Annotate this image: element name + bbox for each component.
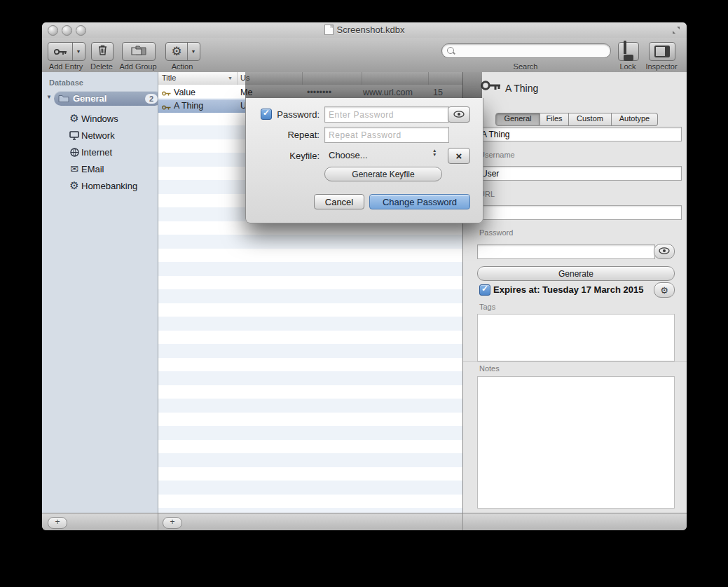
repeat-password-input[interactable] [324,127,449,143]
key-icon [49,43,72,60]
tab-autotype[interactable]: Autotype [612,113,658,126]
folder-icon [58,92,69,105]
eye-icon [453,109,465,120]
change-password-button[interactable]: Change Password [369,194,470,209]
sheet-repeat-label: Repeat: [274,130,320,140]
username-field[interactable] [477,166,682,181]
section-divider [463,361,687,362]
padlock-icon [624,42,633,61]
sidebar-group-general[interactable]: General 2 [54,91,162,106]
add-group-plus-button[interactable]: + [48,517,67,529]
chevron-down-icon[interactable]: ▼ [72,43,85,60]
globe-icon [67,148,81,157]
tags-label: Tags [479,303,495,311]
password-checkbox[interactable] [261,109,272,120]
monitor-icon [67,131,81,140]
sidebar-item-label: Internet [81,147,112,158]
username-label: Username [479,151,515,159]
app-window: Screenshot.kdbx ▼ Add Entry Delete Add G… [42,22,687,530]
url-field[interactable] [477,205,682,220]
sheet-password-label: Password: [274,109,320,120]
action-button[interactable]: ⚙ ▼ [165,42,200,61]
password-field[interactable] [477,244,655,259]
fullscreen-icon[interactable] [671,25,681,38]
lock-label: Lock [611,62,645,71]
gear-icon: ⚙ [660,286,668,295]
close-icon: × [456,151,462,161]
expires-label: Expires at: Tuesday 17 March 2015 [493,284,643,295]
lock-button[interactable] [618,42,639,61]
action-label: Action [163,62,202,71]
gear-icon: ⚙ [67,179,81,192]
chevron-down-icon[interactable]: ▼ [187,43,200,60]
column-divider[interactable] [237,72,238,85]
search-field[interactable] [441,43,611,58]
toolbar: ▼ Add Entry Delete Add Group ⚙ ▼ Action … [42,38,687,73]
title-bar: Screenshot.kdbx [42,22,687,39]
inspector-button[interactable] [649,42,675,61]
inspector-tabs: General Files Custom Autotype [495,113,658,125]
panel-icon [654,46,670,57]
eye-icon [659,247,670,256]
cell-title: A Thing [174,101,203,111]
add-group-label: Add Group [118,62,158,71]
tags-field[interactable] [477,314,675,361]
cancel-button[interactable]: Cancel [314,194,364,209]
search-label: Search [441,62,610,71]
folders-icon [131,46,146,58]
document-icon [324,25,334,35]
sidebar-item-label: Homebanking [81,181,137,191]
key-icon [162,89,171,99]
inspector-entry-title: A Thing [505,83,538,94]
sort-arrow-icon[interactable]: ▼ [228,76,233,81]
sidebar-item-label: Windows [81,113,118,124]
inspector-panel: A Thing General Files Custom Autotype Us… [462,72,687,513]
sidebar-item-label: Network [81,130,115,141]
pane-divider [158,513,158,530]
window-title: Screenshot.kdbx [42,25,687,35]
reveal-password-button[interactable] [654,244,675,259]
column-header-title[interactable]: Title [162,74,176,82]
title-field[interactable] [477,127,682,141]
trash-icon [98,45,107,58]
key-icon [162,103,171,113]
sidebar-group-label: General [73,93,145,104]
group-count-badge: 2 [145,94,158,104]
tab-custom[interactable]: Custom [569,113,612,126]
search-input[interactable] [458,45,606,57]
gear-icon: ⚙ [67,112,81,125]
sheet-keyfile-label: Keyfile: [274,151,320,161]
reveal-password-button[interactable] [448,106,470,123]
change-password-sheet: Password: Repeat: Keyfile: Choose... ▲▼ … [245,98,483,223]
notes-label: Notes [479,364,500,373]
inspector-label: Inspector [640,62,682,71]
sidebar: Database ▼ General 2 ⚙ Windows Network I… [42,72,158,513]
sidebar-item-label: EMail [81,164,104,174]
add-entry-button[interactable]: ▼ [48,42,85,61]
keyfile-popup[interactable]: Choose... [329,150,368,160]
tab-general[interactable]: General [495,113,540,126]
sidebar-header: Database [49,78,83,87]
envelope-icon: ✉ [67,163,81,174]
cell-title: Value [174,88,195,97]
expires-settings-button[interactable]: ⚙ [654,282,675,298]
sheet-shadow [245,72,482,98]
tab-files[interactable]: Files [540,113,569,126]
password-label: Password [479,228,513,237]
bottom-bar: + + [42,513,687,530]
gear-icon: ⚙ [167,43,187,60]
add-entry-plus-button[interactable]: + [163,517,182,529]
expires-checkbox[interactable] [479,284,490,296]
key-icon [480,75,501,99]
add-group-button[interactable] [122,42,156,61]
delete-button[interactable] [91,42,114,61]
search-icon [447,47,454,54]
stepper-icon[interactable]: ▲▼ [432,149,437,156]
generate-keyfile-button[interactable]: Generate Keyfile [324,167,442,181]
new-password-input[interactable] [324,106,449,123]
disclosure-triangle-icon[interactable]: ▼ [46,94,52,100]
generate-password-button[interactable]: Generate [477,266,675,281]
notes-field[interactable] [477,376,675,509]
clear-keyfile-button[interactable]: × [448,148,470,164]
pane-divider [462,513,463,530]
